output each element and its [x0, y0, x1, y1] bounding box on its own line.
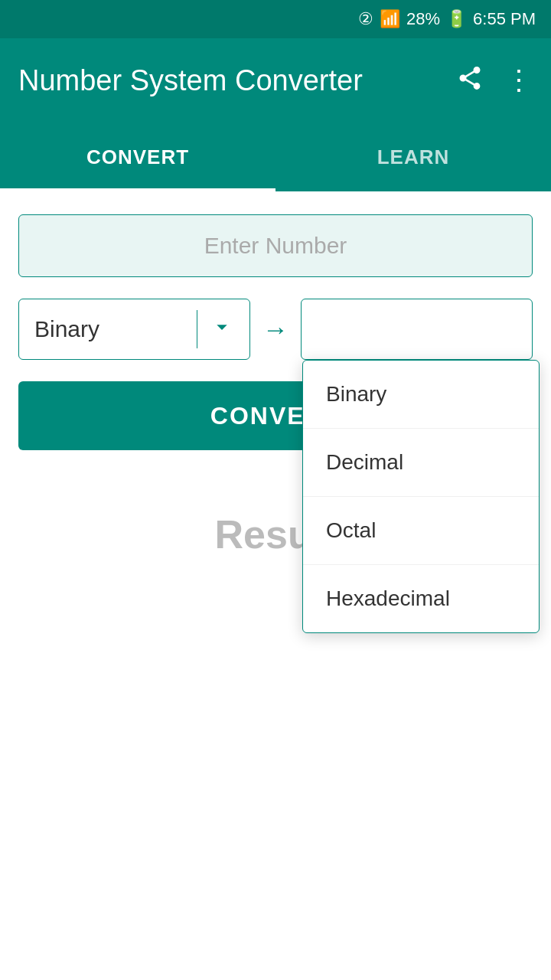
number-input-container	[18, 214, 533, 277]
sim-icon: ②	[358, 9, 373, 29]
status-bar: ② 📶 28% 🔋 6:55 PM	[0, 0, 551, 38]
battery-icon: 🔋	[446, 9, 467, 29]
app-bar-actions: ⋮	[456, 64, 533, 96]
source-dropdown-arrow-icon	[210, 315, 234, 345]
signal-icon: 📶	[380, 9, 400, 29]
target-dropdown[interactable]	[301, 299, 533, 360]
dropdowns-row: Binary →	[18, 299, 533, 360]
share-button[interactable]	[456, 64, 484, 96]
dropdown-option-decimal[interactable]: Decimal	[303, 429, 539, 497]
more-options-button[interactable]: ⋮	[505, 67, 533, 94]
main-content: Binary → CONVERT Result Binary Decimal	[0, 191, 551, 580]
status-icons: ② 📶 28% 🔋 6:55 PM	[358, 9, 536, 29]
source-dropdown[interactable]: Binary	[18, 299, 250, 360]
number-input[interactable]	[34, 215, 517, 276]
battery-percent: 28%	[406, 9, 440, 29]
app-bar: Number System Converter ⋮	[0, 38, 551, 122]
tabs: CONVERT LEARN	[0, 122, 551, 191]
dropdown-option-binary[interactable]: Binary	[303, 361, 539, 429]
time: 6:55 PM	[473, 9, 536, 29]
dropdown-option-hexadecimal[interactable]: Hexadecimal	[303, 565, 539, 632]
dropdown-option-octal[interactable]: Octal	[303, 497, 539, 565]
source-dropdown-label: Binary	[34, 316, 197, 342]
tab-learn[interactable]: LEARN	[276, 122, 551, 191]
dropdown-divider	[197, 310, 198, 348]
target-dropdown-popup: Binary Decimal Octal Hexadecimal	[302, 360, 540, 633]
app-title: Number System Converter	[18, 64, 363, 97]
conversion-arrow-icon: →	[262, 315, 289, 345]
tab-convert[interactable]: CONVERT	[0, 122, 276, 191]
